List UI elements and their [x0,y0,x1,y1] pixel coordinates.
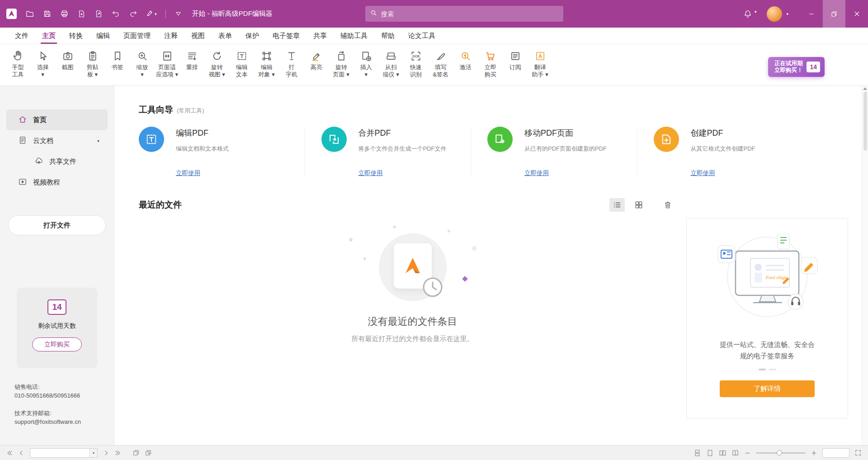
menu-convert[interactable]: 转换 [62,28,90,44]
page-fit-options-button[interactable]: 页面适 应选项 ▾ [155,48,179,79]
menu-esign[interactable]: 电子签章 [266,28,307,44]
zoom-percent-input[interactable] [823,449,849,457]
subscribe-button[interactable]: 订阅 [503,48,528,71]
learn-more-button[interactable]: 了解详情 [720,380,815,397]
new-window-button[interactable] [145,449,152,456]
clone-view-button[interactable] [132,449,140,456]
restore-button[interactable] [823,0,845,28]
tool-card-create-pdf[interactable]: 创建PDF 从其它格式文件创建PDF 立即使用 [637,127,804,177]
zoom-tool-button[interactable]: 缩放 ▾ [130,48,155,79]
tool-card-edit-pdf[interactable]: 编辑PDF 编辑文档和文本格式 立即使用 [139,127,305,177]
sparkle-plus: + [392,223,397,232]
buy-now-button[interactable]: 立即 购买 [478,48,503,79]
book-view-button[interactable] [731,449,739,457]
activate-button[interactable]: 激活 [453,48,478,71]
chevron-down-icon[interactable]: ▾ [786,12,788,16]
menu-view[interactable]: 视图 [184,28,212,44]
export-pdf-icon[interactable] [77,9,86,18]
menu-home[interactable]: 主页 [35,28,62,44]
chevron-down-icon[interactable]: ▾ [97,138,99,143]
redo-icon[interactable] [129,9,137,18]
menu-file[interactable]: 文件 [8,28,35,44]
close-button[interactable] [845,0,868,28]
save-icon[interactable] [43,9,52,18]
sidebar-item-cloud-docs[interactable]: 云文档 ▾ [6,130,108,151]
highlight-button[interactable]: 高亮 [304,48,329,71]
promo-pagination-dots[interactable] [759,369,776,370]
grid-view-button[interactable] [631,198,646,212]
clipboard-tool-button[interactable]: 剪贴 板 ▾ [80,48,105,79]
sidebar-item-home[interactable]: 首页 [6,109,108,130]
fullscreen-button[interactable] [854,449,862,456]
typewriter-button[interactable]: 打 字机 [279,48,304,79]
list-view-button[interactable] [609,198,625,212]
support-email-value[interactable]: support@foxitsoftware.cn [14,417,114,426]
menu-protect[interactable]: 保护 [239,28,266,44]
ocr-quick-recognize-button[interactable]: OCR 快速 识别 [403,48,428,79]
scrollbar-thumb[interactable] [863,92,867,151]
menu-help[interactable]: 帮助 [374,28,401,44]
search-input[interactable] [381,10,559,18]
use-now-link[interactable]: 立即使用 [359,169,383,177]
open-file-button[interactable]: 打开文件 [8,215,106,235]
chevron-down-icon[interactable]: ▾ [90,449,97,457]
print-icon[interactable] [60,9,69,18]
tool-card-merge-pdf[interactable]: 合并PDF 将多个文件合并生成一个PDF文件 立即使用 [305,127,472,177]
sidebar-item-shared-files[interactable]: 共享文件 [6,151,108,172]
tool-card-move-pdf-pages[interactable]: 移动PDF页面 从已有的PDF页面创建新的PDF 立即使用 [471,127,637,177]
buy-now-pill-button[interactable]: 立即购买 [32,337,82,351]
zoom-out-button[interactable] [744,450,751,456]
zoom-percent-box[interactable] [822,448,849,458]
trial-buy-badge[interactable]: 正在试用期 立即购买！ 14 [768,57,825,77]
create-pdf-icon[interactable] [94,9,103,18]
single-page-view-button[interactable] [706,449,714,457]
customize-toolbar-icon[interactable] [175,10,182,18]
rotate-view-button[interactable]: 旋转 视图 ▾ [204,48,229,79]
facing-view-button[interactable] [719,449,726,457]
continuous-view-button[interactable] [693,449,701,457]
previous-page-button[interactable] [18,450,25,456]
menu-share[interactable]: 共享 [307,28,334,44]
signature-tool-button[interactable]: ▾ [146,9,157,18]
use-now-link[interactable]: 立即使用 [176,169,200,177]
next-page-button[interactable] [103,450,109,456]
fill-sign-button[interactable]: 填写 &签名 [428,48,453,79]
edit-text-button[interactable]: 编辑 文本 [229,48,254,79]
open-file-icon[interactable] [25,9,34,19]
notifications-bell-icon[interactable]: ▾ [743,9,757,19]
zoom-in-button[interactable] [811,450,817,456]
menu-form[interactable]: 表单 [212,28,239,44]
use-now-link[interactable]: 立即使用 [691,169,715,177]
last-page-button[interactable] [114,450,121,456]
insert-pages-button[interactable]: 插入 ▾ [354,48,378,79]
menu-accessibility[interactable]: 辅助工具 [334,28,374,44]
user-avatar[interactable] [767,6,782,22]
cloud-doc-icon [18,136,27,146]
snapshot-tool-button[interactable]: 截图 [55,48,80,71]
from-scanner-button[interactable]: 从扫 描仪 ▾ [378,48,403,79]
menu-comment[interactable]: 注释 [157,28,184,44]
hand-tool-button[interactable]: 手型 工具 [5,48,30,79]
page-number-combo[interactable]: ▾ [30,448,98,458]
search-bar[interactable] [365,6,563,22]
menu-edit[interactable]: 编辑 [90,28,117,44]
sidebar-item-video-tutorials[interactable]: 视频教程 [6,172,108,193]
zoom-slider[interactable] [756,452,806,454]
first-page-button[interactable] [6,450,13,456]
clear-recent-trash-button[interactable] [660,198,675,212]
translate-assistant-button[interactable]: 翻译 助手 ▾ [528,48,552,79]
undo-icon[interactable] [112,9,120,18]
zoom-slider-thumb[interactable] [777,450,782,455]
edit-object-button[interactable]: 编辑 对象 ▾ [254,48,279,79]
scroll-up-arrow[interactable] [863,87,867,90]
select-tool-button[interactable]: 选择 ▾ [30,48,55,79]
minimize-button[interactable] [800,0,823,28]
reflow-tool-button[interactable]: 重排 [179,48,204,71]
page-number-input[interactable] [30,449,90,457]
menu-page-manage[interactable]: 页面管理 [117,28,157,44]
use-now-link[interactable]: 立即使用 [524,169,549,177]
menu-paper-tools[interactable]: 论文工具 [401,28,442,44]
rotate-pages-button[interactable]: 旋转 页面 ▾ [329,48,354,79]
bookmark-tool-button[interactable]: 书签 [105,48,130,71]
vertical-scrollbar[interactable] [862,86,868,445]
